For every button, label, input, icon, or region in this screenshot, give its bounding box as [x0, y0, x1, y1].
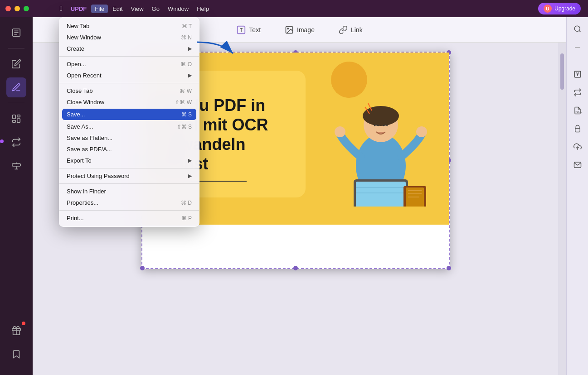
sidebar-divider-2: [8, 103, 24, 103]
menu-item-label: Protect Using Password: [67, 173, 130, 179]
share-right-button[interactable]: [569, 139, 586, 155]
submenu-arrow: ▶: [188, 158, 192, 163]
menu-item-open-recent[interactable]: Open Recent ▶: [59, 70, 199, 81]
gift-notification-dot: [22, 322, 25, 325]
sidebar-icon-annotate[interactable]: [6, 77, 26, 97]
sidebar-icon-convert[interactable]: [6, 132, 26, 152]
zoom-minus-button[interactable]: [569, 39, 586, 55]
menu-item-save[interactable]: Save... ⌘ S: [62, 109, 196, 120]
sidebar-icon-bookmark[interactable]: [6, 344, 26, 364]
edit-menu[interactable]: Edit: [109, 5, 126, 13]
menu-shortcut: ⌘ S: [181, 111, 192, 118]
upgrade-label: Upgrade: [554, 5, 575, 12]
svg-rect-4: [13, 115, 15, 119]
menu-item-properties[interactable]: Properties... ⌘ D: [59, 197, 199, 208]
svg-point-16: [363, 106, 399, 126]
svg-point-13: [287, 28, 289, 29]
titlebar:  UPDF File Edit View Go Window Help U U…: [0, 0, 588, 17]
go-menu[interactable]: Go: [148, 5, 163, 13]
left-sidebar: [0, 17, 33, 375]
active-indicator: [0, 139, 4, 143]
link-tool-button[interactable]: Link: [332, 22, 369, 38]
menu-separator-1: [59, 56, 199, 57]
view-menu[interactable]: View: [127, 5, 147, 13]
menu-item-label: Save...: [67, 111, 85, 118]
pdf-a-right-button[interactable]: PDF/A: [569, 102, 586, 119]
image-icon: [284, 25, 294, 35]
menu-item-label: Create: [67, 45, 84, 52]
svg-point-17: [335, 126, 345, 137]
apple-menu[interactable]: : [56, 4, 66, 14]
maximize-button[interactable]: [24, 6, 29, 11]
file-menu[interactable]: File: [91, 5, 108, 13]
menu-item-print[interactable]: Print... ⌘ P: [59, 212, 199, 224]
app-name-menu[interactable]: UPDF: [67, 5, 90, 13]
right-panel: PDF/A: [566, 17, 588, 375]
menu-item-label: New Window: [67, 34, 101, 41]
svg-text:T: T: [240, 27, 243, 32]
handle-bm[interactable]: [293, 266, 298, 270]
menu-shortcut: ⌘ W: [180, 88, 192, 94]
text-tool-button[interactable]: T Text: [230, 22, 267, 38]
menu-item-protect-password[interactable]: Protect Using Password ▶: [59, 170, 199, 182]
submenu-arrow: ▶: [188, 173, 192, 179]
sidebar-icon-organize[interactable]: [6, 109, 26, 129]
menu-item-show-finder[interactable]: Show in Finder: [59, 186, 199, 197]
window-menu[interactable]: Window: [164, 5, 192, 13]
menu-item-close-window[interactable]: Close Window ⇧⌘ W: [59, 96, 199, 108]
protect-right-button[interactable]: [569, 120, 586, 137]
svg-text:PDF/A: PDF/A: [575, 111, 581, 113]
menu-separator-4: [59, 183, 199, 184]
menu-item-save-as[interactable]: Save As... ⇧⌘ S: [59, 121, 199, 132]
scroll-thumb[interactable]: [560, 53, 564, 90]
svg-line-31: [579, 30, 580, 32]
menu-item-label: New Tab: [67, 23, 89, 29]
menu-item-label: Save as Flatten...: [67, 135, 112, 141]
traffic-lights: [0, 6, 29, 11]
svg-rect-5: [17, 115, 20, 117]
menu-item-label: Close Tab: [67, 87, 93, 94]
sidebar-icon-reader[interactable]: [6, 23, 26, 43]
handle-br[interactable]: [447, 266, 451, 270]
svg-rect-7: [13, 120, 15, 123]
minimize-button[interactable]: [15, 6, 20, 11]
svg-rect-6: [17, 119, 20, 122]
svg-point-30: [574, 26, 580, 31]
submenu-arrow: ▶: [188, 72, 192, 78]
menu-item-save-pdfa[interactable]: Save as PDF/A...: [59, 144, 199, 155]
close-button[interactable]: [5, 6, 11, 11]
minus-line: [575, 47, 580, 48]
search-right-button[interactable]: [569, 21, 586, 37]
submenu-arrow: ▶: [188, 46, 192, 52]
menu-item-export-to[interactable]: Export To ▶: [59, 155, 199, 166]
image-tool-button[interactable]: Image: [278, 22, 321, 38]
menu-item-label: Show in Finder: [67, 188, 106, 195]
vertical-scrollbar[interactable]: [558, 43, 566, 375]
help-menu[interactable]: Help: [193, 5, 213, 13]
menu-item-open[interactable]: Open... ⌘ O: [59, 58, 199, 70]
file-dropdown-menu: New Tab ⌘ T New Window ⌘ N Create ▶ Open…: [59, 17, 199, 227]
menu-item-new-window[interactable]: New Window ⌘ N: [59, 32, 199, 43]
menu-shortcut: ⌘ D: [181, 200, 192, 206]
image-tool-label: Image: [297, 26, 315, 34]
sidebar-icon-edit[interactable]: [6, 54, 26, 74]
mail-right-button[interactable]: [569, 157, 586, 173]
menu-item-label: Close Window: [67, 99, 104, 106]
sidebar-icon-stamp[interactable]: [6, 156, 26, 176]
ocr-right-button[interactable]: [569, 66, 586, 82]
text-icon: T: [236, 25, 246, 35]
menu-item-label: Open...: [67, 61, 86, 67]
menu-item-label: Export To: [67, 157, 92, 164]
menu-shortcut: ⌘ N: [181, 34, 192, 41]
menu-item-label: Print...: [67, 215, 84, 221]
menu-item-close-tab[interactable]: Close Tab ⌘ W: [59, 85, 199, 96]
upgrade-button[interactable]: U Upgrade: [538, 3, 581, 14]
convert-right-button[interactable]: [569, 84, 586, 101]
menu-item-create[interactable]: Create ▶: [59, 43, 199, 54]
handle-bl[interactable]: [140, 266, 145, 270]
menu-item-new-tab[interactable]: New Tab ⌘ T: [59, 20, 199, 32]
sidebar-icon-gift[interactable]: [6, 321, 26, 341]
menu-item-label: Save As...: [67, 123, 93, 130]
menu-shortcut: ⇧⌘ S: [177, 124, 192, 130]
menu-item-save-flatten[interactable]: Save as Flatten...: [59, 132, 199, 144]
